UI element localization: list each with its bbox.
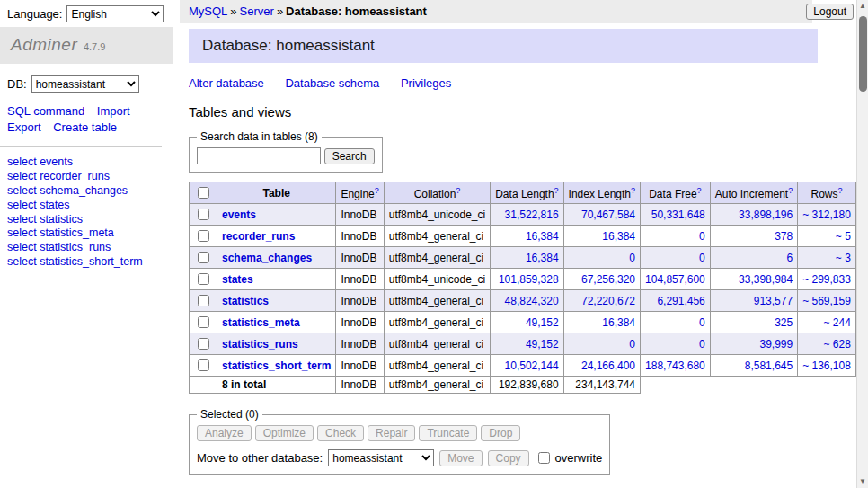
rows-link[interactable]: ~ 3	[836, 252, 851, 264]
auto-increment-link[interactable]: 6	[786, 252, 793, 264]
index-length-link[interactable]: 16,384	[602, 230, 635, 243]
data-length-help-link[interactable]: ?	[554, 186, 559, 195]
data-length-link[interactable]: 31,522,816	[505, 209, 559, 221]
row-checkbox[interactable]	[198, 273, 209, 285]
data-free-link[interactable]: 0	[699, 338, 705, 350]
data-length-link[interactable]: 16,384	[526, 230, 559, 243]
auto-increment-link[interactable]: 33,898,196	[739, 209, 793, 221]
select-all-checkbox[interactable]	[198, 187, 209, 199]
rows-link[interactable]: ~ 244	[824, 316, 851, 329]
sidebar-link-export[interactable]: Export	[7, 120, 41, 134]
language-select[interactable]: English	[66, 5, 164, 22]
auto-increment-link[interactable]: 325	[775, 316, 793, 329]
drop-button[interactable]: Drop	[481, 425, 520, 441]
overwrite-checkbox[interactable]	[538, 452, 550, 464]
sidebar-link-import[interactable]: Import	[97, 104, 130, 118]
breadcrumb-link-mysql[interactable]: MySQL	[189, 4, 227, 18]
index-length-link[interactable]: 16,384	[602, 316, 635, 329]
vertical-scrollbar[interactable]: ▲ ▼	[856, 0, 868, 488]
rows-link[interactable]: ~ 312,180	[802, 209, 851, 221]
index-length-help-link[interactable]: ?	[631, 186, 635, 195]
rows-link[interactable]: ~ 136,108	[802, 359, 851, 372]
data-length-link[interactable]: 49,152	[526, 338, 559, 350]
logout-button[interactable]: Logout	[806, 4, 854, 20]
rows-link[interactable]: ~ 569,159	[802, 295, 851, 307]
rows-link[interactable]: ~ 5	[836, 230, 851, 243]
table-name-link[interactable]: recorder_runs	[222, 230, 295, 243]
repair-button[interactable]: Repair	[368, 425, 415, 441]
row-checkbox[interactable]	[198, 209, 209, 220]
data-length-link[interactable]: 10,502,144	[505, 359, 559, 372]
data-length-link[interactable]: 49,152	[526, 316, 559, 329]
auto-increment-link[interactable]: 378	[775, 230, 793, 243]
index-length-link[interactable]: 0	[629, 338, 635, 350]
row-checkbox[interactable]	[198, 359, 209, 371]
optimize-button[interactable]: Optimize	[255, 425, 314, 441]
search-button[interactable]: Search	[324, 148, 375, 164]
sidebar-item-select-states[interactable]: select states	[7, 199, 166, 213]
index-length-link[interactable]: 24,166,400	[581, 359, 635, 372]
search-input[interactable]	[197, 147, 321, 164]
data-free-link[interactable]: 50,331,648	[651, 209, 705, 221]
index-length-link[interactable]: 0	[629, 252, 635, 264]
data-free-link[interactable]: 0	[699, 316, 705, 329]
scrollbar-thumb[interactable]	[859, 16, 867, 92]
scroll-up-arrow[interactable]: ▲	[857, 0, 868, 13]
table-name-link[interactable]: statistics_short_term	[222, 359, 331, 372]
table-name-link[interactable]: statistics_runs	[222, 338, 298, 350]
copy-button[interactable]: Copy	[488, 450, 529, 466]
sidebar-item-select-statistics-runs[interactable]: select statistics_runs	[7, 241, 166, 255]
sidebar-link-sql-command[interactable]: SQL command	[7, 104, 84, 118]
data-length-link[interactable]: 16,384	[526, 252, 559, 264]
data-free-link[interactable]: 104,857,600	[645, 273, 705, 286]
sidebar-item-select-statistics-meta[interactable]: select statistics_meta	[7, 226, 166, 241]
breadcrumb-link-server[interactable]: Server	[240, 4, 274, 18]
data-length-link[interactable]: 48,824,320	[505, 295, 559, 307]
analyze-button[interactable]: Analyze	[197, 425, 252, 441]
row-checkbox[interactable]	[198, 295, 209, 306]
db-select[interactable]: homeassistant	[31, 75, 139, 93]
table-name-link[interactable]: events	[222, 209, 256, 221]
data-free-link[interactable]: 0	[699, 252, 705, 264]
auto-increment-link[interactable]: 33,398,984	[739, 273, 793, 286]
auto-increment-help-link[interactable]: ?	[788, 186, 793, 195]
table-name-link[interactable]: states	[222, 273, 253, 286]
index-length-link[interactable]: 72,220,672	[581, 295, 635, 307]
index-length-link[interactable]: 70,467,584	[581, 209, 635, 221]
rows-link[interactable]: ~ 628	[824, 338, 851, 350]
sidebar-item-select-statistics[interactable]: select statistics	[7, 213, 166, 227]
data-free-help-link[interactable]: ?	[697, 186, 702, 195]
sidebar-item-select-statistics-short-term[interactable]: select statistics_short_term	[7, 255, 166, 270]
index-length-link[interactable]: 67,256,320	[581, 273, 635, 286]
table-name-link[interactable]: schema_changes	[222, 252, 312, 264]
table-name-link[interactable]: statistics_meta	[222, 316, 300, 329]
truncate-button[interactable]: Truncate	[419, 425, 477, 441]
move-db-select[interactable]: homeassistant	[328, 449, 434, 466]
table-name-link[interactable]: statistics	[222, 295, 269, 307]
sidebar-item-select-events[interactable]: select events	[7, 155, 166, 170]
data-length-link[interactable]: 101,859,328	[499, 273, 559, 286]
data-free-link[interactable]: 6,291,456	[657, 295, 704, 307]
database-schema-link[interactable]: Database schema	[285, 76, 379, 90]
alter-database-link[interactable]: Alter database	[189, 76, 264, 90]
sidebar-item-select-recorder-runs[interactable]: select recorder_runs	[7, 170, 166, 184]
data-free-link[interactable]: 0	[699, 230, 705, 243]
move-button[interactable]: Move	[439, 450, 482, 466]
rows-help-link[interactable]: ?	[838, 186, 843, 195]
row-checkbox[interactable]	[198, 316, 209, 328]
auto-increment-link[interactable]: 39,999	[759, 338, 793, 350]
check-button[interactable]: Check	[317, 425, 364, 441]
row-checkbox[interactable]	[198, 230, 209, 242]
row-checkbox[interactable]	[198, 338, 209, 350]
privileges-link[interactable]: Privileges	[401, 76, 451, 90]
engine-help-link[interactable]: ?	[375, 186, 379, 195]
sidebar-item-select-schema-changes[interactable]: select schema_changes	[7, 184, 166, 199]
rows-link[interactable]: ~ 299,833	[802, 273, 851, 286]
scroll-down-arrow[interactable]: ▼	[857, 475, 868, 488]
row-checkbox[interactable]	[198, 252, 209, 263]
sidebar-link-create-table[interactable]: Create table	[53, 120, 117, 134]
data-free-link[interactable]: 188,743,680	[645, 359, 705, 372]
auto-increment-link[interactable]: 913,577	[754, 295, 793, 307]
collation-help-link[interactable]: ?	[456, 186, 460, 195]
auto-increment-link[interactable]: 8,581,645	[745, 359, 793, 372]
